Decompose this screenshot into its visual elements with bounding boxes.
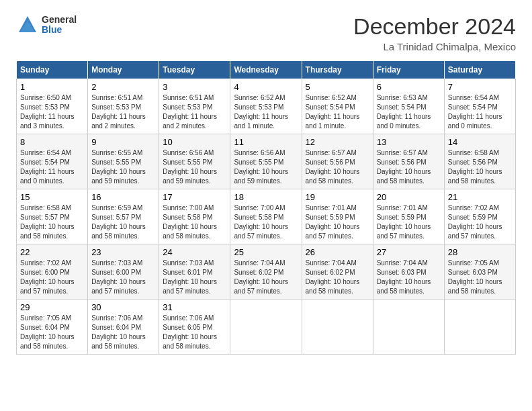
day-detail: Sunrise: 7:04 AMSunset: 6:02 PMDaylight:… xyxy=(306,259,369,296)
calendar-cell: 11Sunrise: 6:56 AMSunset: 5:55 PMDayligh… xyxy=(230,134,302,189)
weekday-header: Tuesday xyxy=(159,61,230,79)
day-number: 17 xyxy=(163,192,226,202)
calendar-week-row: 22Sunrise: 7:02 AMSunset: 6:00 PMDayligh… xyxy=(17,244,516,300)
calendar-cell: 7Sunrise: 6:54 AMSunset: 5:54 PMDaylight… xyxy=(444,79,515,134)
day-number: 23 xyxy=(91,247,155,257)
calendar-cell: 3Sunrise: 6:51 AMSunset: 5:53 PMDaylight… xyxy=(159,79,230,134)
calendar-cell: 4Sunrise: 6:52 AMSunset: 5:53 PMDaylight… xyxy=(230,79,302,134)
day-detail: Sunrise: 7:04 AMSunset: 6:02 PMDaylight:… xyxy=(234,259,298,296)
day-number: 27 xyxy=(377,247,441,257)
calendar-week-row: 1Sunrise: 6:50 AMSunset: 5:53 PMDaylight… xyxy=(17,79,516,134)
day-detail: Sunrise: 6:53 AMSunset: 5:54 PMDaylight:… xyxy=(377,93,441,131)
day-number: 20 xyxy=(377,192,441,202)
day-detail: Sunrise: 7:04 AMSunset: 6:03 PMDaylight:… xyxy=(377,259,441,296)
day-detail: Sunrise: 6:54 AMSunset: 5:54 PMDaylight:… xyxy=(20,148,84,186)
day-detail: Sunrise: 7:02 AMSunset: 5:59 PMDaylight:… xyxy=(448,203,512,241)
day-number: 19 xyxy=(306,192,369,202)
day-detail: Sunrise: 7:01 AMSunset: 5:59 PMDaylight:… xyxy=(306,203,369,241)
calendar-cell: 28Sunrise: 7:05 AMSunset: 6:03 PMDayligh… xyxy=(444,244,515,300)
header-row: SundayMondayTuesdayWednesdayThursdayFrid… xyxy=(17,61,516,79)
calendar-cell: 24Sunrise: 7:03 AMSunset: 6:01 PMDayligh… xyxy=(159,244,230,300)
day-detail: Sunrise: 6:51 AMSunset: 5:53 PMDaylight:… xyxy=(91,93,155,131)
calendar-cell: 17Sunrise: 7:00 AMSunset: 5:58 PMDayligh… xyxy=(159,189,230,244)
calendar-cell: 29Sunrise: 7:05 AMSunset: 6:04 PMDayligh… xyxy=(17,300,88,355)
day-detail: Sunrise: 6:50 AMSunset: 5:53 PMDaylight:… xyxy=(20,93,84,131)
day-number: 30 xyxy=(91,302,155,312)
day-number: 11 xyxy=(234,137,298,147)
day-number: 2 xyxy=(91,82,155,92)
calendar-week-row: 15Sunrise: 6:58 AMSunset: 5:57 PMDayligh… xyxy=(17,189,516,244)
calendar-cell: 25Sunrise: 7:04 AMSunset: 6:02 PMDayligh… xyxy=(230,244,302,300)
calendar-cell: 26Sunrise: 7:04 AMSunset: 6:02 PMDayligh… xyxy=(302,244,373,300)
title-area: December 2024 La Trinidad Chimalpa, Mexi… xyxy=(353,13,516,52)
day-detail: Sunrise: 6:54 AMSunset: 5:54 PMDaylight:… xyxy=(448,93,512,131)
day-detail: Sunrise: 7:01 AMSunset: 5:59 PMDaylight:… xyxy=(377,203,441,241)
calendar-cell: 10Sunrise: 6:56 AMSunset: 5:55 PMDayligh… xyxy=(159,134,230,189)
day-number: 31 xyxy=(163,302,226,312)
day-number: 13 xyxy=(377,137,441,147)
calendar-cell: 14Sunrise: 6:58 AMSunset: 5:56 PMDayligh… xyxy=(444,134,515,189)
day-detail: Sunrise: 7:06 AMSunset: 6:04 PMDaylight:… xyxy=(91,314,155,351)
day-number: 29 xyxy=(20,302,84,312)
day-detail: Sunrise: 7:03 AMSunset: 6:01 PMDaylight:… xyxy=(163,259,226,296)
calendar-cell: 20Sunrise: 7:01 AMSunset: 5:59 PMDayligh… xyxy=(373,189,444,244)
calendar-cell xyxy=(373,300,444,355)
day-number: 16 xyxy=(91,192,155,202)
day-detail: Sunrise: 7:02 AMSunset: 6:00 PMDaylight:… xyxy=(20,259,84,296)
weekday-header: Friday xyxy=(373,61,444,79)
day-detail: Sunrise: 7:00 AMSunset: 5:58 PMDaylight:… xyxy=(234,203,298,241)
day-number: 6 xyxy=(377,82,441,92)
day-number: 24 xyxy=(163,247,226,257)
calendar-table: SundayMondayTuesdayWednesdayThursdayFrid… xyxy=(16,60,516,355)
calendar-cell: 5Sunrise: 6:52 AMSunset: 5:54 PMDaylight… xyxy=(302,79,373,134)
day-number: 8 xyxy=(20,137,84,147)
calendar-cell: 19Sunrise: 7:01 AMSunset: 5:59 PMDayligh… xyxy=(302,189,373,244)
day-detail: Sunrise: 7:05 AMSunset: 6:04 PMDaylight:… xyxy=(20,314,84,351)
day-number: 3 xyxy=(163,82,226,92)
day-number: 1 xyxy=(20,82,84,92)
day-number: 14 xyxy=(448,137,512,147)
day-detail: Sunrise: 6:57 AMSunset: 5:56 PMDaylight:… xyxy=(306,148,369,186)
weekday-header: Monday xyxy=(88,61,159,79)
calendar-week-row: 8Sunrise: 6:54 AMSunset: 5:54 PMDaylight… xyxy=(17,134,516,189)
day-detail: Sunrise: 7:00 AMSunset: 5:58 PMDaylight:… xyxy=(163,203,226,241)
day-number: 25 xyxy=(234,247,298,257)
calendar-week-row: 29Sunrise: 7:05 AMSunset: 6:04 PMDayligh… xyxy=(17,300,516,355)
day-detail: Sunrise: 6:52 AMSunset: 5:54 PMDaylight:… xyxy=(306,93,369,131)
logo: General Blue xyxy=(16,13,77,36)
calendar-cell: 8Sunrise: 6:54 AMSunset: 5:54 PMDaylight… xyxy=(17,134,88,189)
day-number: 12 xyxy=(306,137,369,147)
day-number: 5 xyxy=(306,82,369,92)
day-detail: Sunrise: 6:57 AMSunset: 5:56 PMDaylight:… xyxy=(377,148,441,186)
day-number: 9 xyxy=(91,137,155,147)
calendar-cell: 9Sunrise: 6:55 AMSunset: 5:55 PMDaylight… xyxy=(88,134,159,189)
calendar-cell xyxy=(230,300,302,355)
calendar-cell: 18Sunrise: 7:00 AMSunset: 5:58 PMDayligh… xyxy=(230,189,302,244)
day-number: 21 xyxy=(448,192,512,202)
day-number: 7 xyxy=(448,82,512,92)
calendar-cell: 30Sunrise: 7:06 AMSunset: 6:04 PMDayligh… xyxy=(88,300,159,355)
logo-icon xyxy=(16,13,39,36)
calendar-cell: 31Sunrise: 7:06 AMSunset: 6:05 PMDayligh… xyxy=(159,300,230,355)
day-detail: Sunrise: 6:56 AMSunset: 5:55 PMDaylight:… xyxy=(234,148,298,186)
day-number: 28 xyxy=(448,247,512,257)
calendar-cell: 13Sunrise: 6:57 AMSunset: 5:56 PMDayligh… xyxy=(373,134,444,189)
calendar-cell: 1Sunrise: 6:50 AMSunset: 5:53 PMDaylight… xyxy=(17,79,88,134)
logo-text-blue: Blue xyxy=(42,25,77,35)
day-detail: Sunrise: 6:55 AMSunset: 5:55 PMDaylight:… xyxy=(91,148,155,186)
day-detail: Sunrise: 7:03 AMSunset: 6:00 PMDaylight:… xyxy=(91,259,155,296)
weekday-header: Wednesday xyxy=(230,61,302,79)
calendar-cell: 21Sunrise: 7:02 AMSunset: 5:59 PMDayligh… xyxy=(444,189,515,244)
calendar-cell: 12Sunrise: 6:57 AMSunset: 5:56 PMDayligh… xyxy=(302,134,373,189)
day-number: 10 xyxy=(163,137,226,147)
location: La Trinidad Chimalpa, Mexico xyxy=(353,41,516,52)
calendar-cell: 15Sunrise: 6:58 AMSunset: 5:57 PMDayligh… xyxy=(17,189,88,244)
day-detail: Sunrise: 6:51 AMSunset: 5:53 PMDaylight:… xyxy=(163,93,226,131)
calendar-cell: 23Sunrise: 7:03 AMSunset: 6:00 PMDayligh… xyxy=(88,244,159,300)
logo-text-general: General xyxy=(42,15,77,25)
day-detail: Sunrise: 7:06 AMSunset: 6:05 PMDaylight:… xyxy=(163,314,226,351)
calendar-cell xyxy=(444,300,515,355)
day-number: 4 xyxy=(234,82,298,92)
calendar-cell: 2Sunrise: 6:51 AMSunset: 5:53 PMDaylight… xyxy=(88,79,159,134)
day-detail: Sunrise: 6:58 AMSunset: 5:56 PMDaylight:… xyxy=(448,148,512,186)
